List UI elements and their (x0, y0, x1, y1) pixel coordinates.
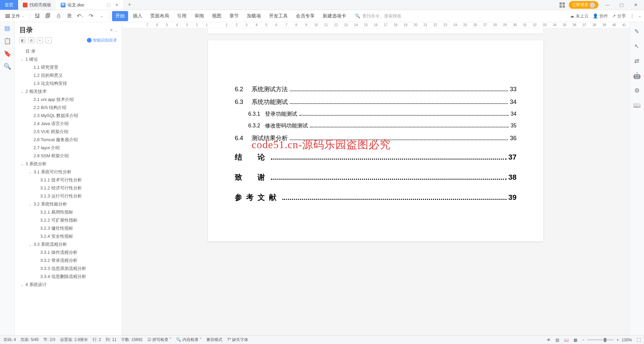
status-setval[interactable]: 设置值: 2.9厘米 (60, 337, 88, 343)
menu-member[interactable]: 会员专享 (292, 11, 318, 21)
outline-item[interactable]: 3.2.2 可扩展性指标 (19, 216, 119, 224)
login-button[interactable]: 立即登录 (569, 1, 598, 9)
outline-item[interactable]: 3.1.3 运行可行性分析 (19, 192, 119, 200)
outline-item[interactable]: 2.6 Tomcat 服务器介绍 (19, 136, 119, 144)
toc-line[interactable]: 6.4测试结果分析36 (235, 134, 517, 142)
outline-item[interactable]: ⌄3 系统分析 (19, 160, 119, 168)
toc-line[interactable]: 致 谢38 (235, 172, 517, 182)
menu-addins[interactable]: 加载项 (244, 11, 264, 21)
toc-line[interactable]: 6.3.1登录功能测试34 (235, 111, 517, 118)
outline-item[interactable]: ⌄3.1 系统可行性分析 (19, 168, 119, 176)
gear-icon[interactable]: ⚙ (634, 87, 640, 94)
print-icon[interactable]: ⎙ (54, 11, 63, 21)
tab-templates[interactable]: 找稻壳模板 (18, 0, 56, 10)
status-page[interactable]: 页面: 5/45 (20, 337, 39, 343)
toc-line[interactable]: 6.3.2修改密码功能测试35 (235, 122, 517, 129)
smart-toc-button[interactable]: 智能识别目录 (87, 38, 117, 43)
more-icon[interactable]: ⋮ (630, 13, 634, 18)
zoom-value[interactable]: 130% (622, 338, 632, 342)
status-content[interactable]: 🔍 内容检查 ˅ (176, 337, 202, 343)
tab-home[interactable]: 首页 (0, 0, 18, 10)
zoom-out-icon[interactable]: − (582, 338, 584, 342)
cloud-status[interactable]: ☁未上云 (570, 13, 589, 19)
menu-review[interactable]: 审阅 (191, 11, 207, 21)
outline-item[interactable]: 3.3.4 信息删除流程分析 (19, 273, 119, 281)
menu-section[interactable]: 章节 (226, 11, 242, 21)
menu-layout[interactable]: 页面布局 (147, 11, 172, 21)
minimize-button[interactable]: — (602, 0, 612, 10)
cursor-icon[interactable]: ↖ (634, 43, 640, 50)
outline-item[interactable]: 3.1.1 技术可行性分析 (19, 176, 119, 184)
outline-item[interactable]: ⌄3.3 系统流程分析 (19, 240, 119, 248)
outline-item[interactable]: ⌄4 系统设计 (19, 281, 119, 289)
menu-dev[interactable]: 开发工具 (266, 11, 291, 21)
outline-item[interactable]: 2.7 layui 介绍 (19, 144, 119, 152)
outline-item[interactable]: 3.2.1 易用性指标 (19, 208, 119, 216)
outline-item[interactable]: 3.3.1 操作流程分析 (19, 248, 119, 256)
status-row[interactable]: 行: 2 (93, 337, 101, 343)
toc-line[interactable]: 结 论37 (235, 152, 517, 162)
assistant-icon[interactable]: 🤖 (634, 72, 640, 79)
clipboard-icon[interactable]: 📋 (4, 38, 11, 44)
saveas-icon[interactable]: 🗐 (43, 11, 53, 21)
outline-tool-2[interactable]: ⊞ (28, 37, 34, 43)
status-pageno[interactable]: 页码: 4 (3, 337, 16, 343)
outline-item[interactable]: 1.1 研究背景 (19, 63, 119, 71)
status-section[interactable]: 节: 2/3 (43, 337, 55, 343)
tab-restore-icon[interactable]: ▢ (107, 2, 111, 7)
page[interactable]: code51.cn-源码乐园盗图必究 6.2系统测试方法336.3系统功能测试3… (208, 40, 543, 241)
doc-scroll[interactable]: code51.cn-源码乐园盗图必究 6.2系统测试方法336.3系统功能测试3… (122, 28, 629, 335)
outline-close-icon[interactable]: × ⌄ (110, 27, 117, 33)
find-icon[interactable]: 🔍 (4, 63, 11, 70)
status-font[interactable]: T* 缺失字体 (227, 337, 248, 343)
view-layout-icon[interactable]: ▤ (555, 338, 559, 342)
zoom-in-icon[interactable]: + (616, 338, 619, 342)
status-spell[interactable]: ☑ 拼写检查 ˅ (148, 337, 172, 343)
zoom-control[interactable]: − + 130% (582, 338, 632, 342)
redo-icon[interactable]: ↷ (86, 11, 96, 21)
ruler[interactable]: 7654321123456789101112131415161718192021… (122, 22, 629, 28)
preview-icon[interactable]: 🖹 (65, 11, 74, 21)
file-menu[interactable]: 文件⌄ (3, 12, 27, 20)
pen-icon[interactable]: ✎ (634, 28, 640, 35)
maximize-button[interactable]: ▢ (616, 0, 627, 10)
save-icon[interactable]: 🖫 (33, 11, 42, 21)
collapse-icon[interactable]: ⌄ (638, 14, 641, 18)
outline-tool-1[interactable]: ◧ (19, 37, 25, 43)
dropdown-icon[interactable]: ⌄ (97, 11, 106, 21)
outline-item[interactable]: 3.1.2 经济可行性分析 (19, 184, 119, 192)
menu-view[interactable]: 视图 (209, 11, 225, 21)
apps-icon[interactable] (559, 2, 565, 8)
outline-item[interactable]: 2.8 SSM 框架介绍 (19, 152, 119, 160)
outline-item[interactable]: 3.3.2 登录流程分析 (19, 256, 119, 265)
outline-item[interactable]: 1.2 目的和意义 (19, 71, 119, 79)
view-read-icon[interactable]: 📖 (564, 338, 569, 342)
close-button[interactable]: ✕ (631, 0, 641, 10)
menu-start[interactable]: 开始 (112, 11, 128, 21)
outline-item[interactable]: 1.3 论文结构安排 (19, 79, 119, 88)
outline-item[interactable]: ⌄3.2 系统性能分析 (19, 200, 119, 208)
outline-item[interactable]: 2.5 VUE 框架介绍 (19, 128, 119, 136)
tab-close-icon[interactable]: × (115, 2, 118, 8)
fullscreen-icon[interactable]: ⛶ (637, 338, 641, 342)
menu-newtab[interactable]: 新建选项卡 (319, 11, 350, 21)
status-words[interactable]: 字数: 15692 (121, 337, 143, 343)
read-icon[interactable]: 📖 (634, 102, 640, 109)
view-eye-icon[interactable]: 👁 (547, 338, 551, 342)
tab-document[interactable]: 论文.doc▢× (56, 0, 123, 10)
outline-tool-3[interactable]: + (37, 37, 43, 43)
toc-line[interactable]: 6.3系统功能测试34 (235, 98, 517, 106)
outline-tool-4[interactable]: − (46, 37, 52, 43)
outline-item[interactable]: 3.3.3 信息添加流程分析 (19, 265, 119, 273)
outline-item[interactable]: ⌄1 绪论 (19, 55, 119, 63)
collab-button[interactable]: 👤协作 (593, 13, 608, 19)
outline-item[interactable]: ⌄2 相关技术 (19, 88, 119, 96)
outline-item[interactable]: 目 录 (19, 47, 119, 55)
search-box[interactable]: 🔍查找命令、搜索模板 (355, 13, 401, 19)
menu-reference[interactable]: 引用 (174, 11, 190, 21)
share-button[interactable]: ↗分享 (612, 13, 626, 19)
status-compat[interactable]: 兼容模式 (206, 337, 222, 343)
outline-item[interactable]: 3.2.4 安全性指标 (19, 232, 119, 240)
undo-icon[interactable]: ↶⌄ (75, 11, 85, 21)
outline-icon[interactable]: ▤ (4, 25, 11, 32)
